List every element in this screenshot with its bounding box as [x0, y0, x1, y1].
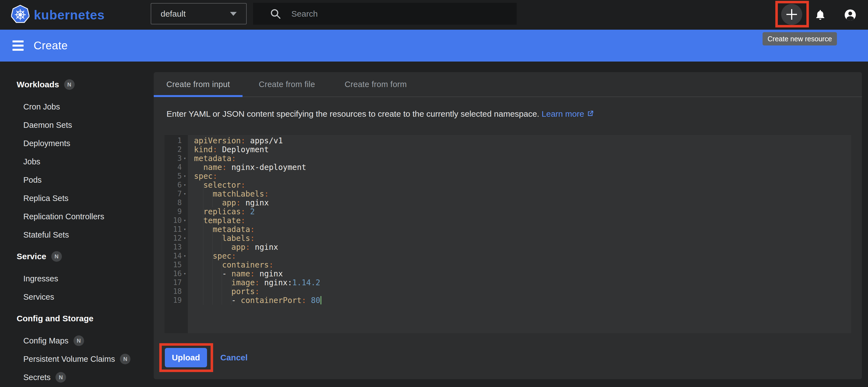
namespaced-badge: N [120, 354, 130, 364]
sidebar-item-services[interactable]: Services [0, 288, 154, 306]
sidebar-item-service[interactable]: ServiceN [0, 247, 154, 266]
fold-icon[interactable]: ▾ [182, 156, 188, 161]
code-line: 12▾ labels: [164, 234, 851, 243]
fold-icon[interactable]: ▾ [182, 174, 188, 179]
sidebar-item-pods[interactable]: Pods [0, 171, 154, 189]
line-number: 8 [164, 199, 182, 207]
search-bar[interactable] [253, 3, 517, 25]
code-text: matchLabels: [188, 189, 269, 198]
sidebar-item-replica-sets[interactable]: Replica Sets [0, 189, 154, 207]
line-number: 15 [164, 260, 182, 269]
cancel-button[interactable]: Cancel [220, 353, 248, 362]
sidebar-item-label: Config and Storage [17, 314, 94, 323]
fold-icon[interactable]: ▾ [182, 182, 188, 187]
line-number: 12 [164, 234, 182, 242]
sidebar-item-secrets[interactable]: SecretsN [0, 368, 154, 386]
line-number: 13 [164, 243, 182, 251]
account-icon [844, 8, 857, 22]
sidebar-item-label: Jobs [23, 157, 40, 166]
code-line: 9 replicas: 2 [164, 207, 851, 216]
tab-create-from-input[interactable]: Create from input [154, 72, 243, 97]
sidebar-item-cron-jobs[interactable]: Cron Jobs [0, 98, 154, 116]
annotation-box-create-button [775, 1, 809, 28]
sidebar-item-workloads[interactable]: WorkloadsN [0, 75, 154, 94]
line-number: 2 [164, 145, 182, 153]
learn-more-link[interactable]: Learn more [542, 109, 594, 118]
notifications-button[interactable] [814, 0, 826, 30]
code-line: 5▾spec: [164, 172, 851, 180]
bell-icon [814, 9, 826, 21]
code-text: ports: [188, 287, 259, 296]
tab-bar: Create from inputCreate from fileCreate … [154, 72, 862, 97]
sidebar-item-jobs[interactable]: Jobs [0, 152, 154, 171]
namespaced-badge: N [51, 251, 62, 262]
code-text: spec: [188, 251, 236, 260]
sidebar-item-label: Cron Jobs [23, 102, 60, 111]
sidebar-item-label: Ingresses [23, 274, 58, 283]
sidebar-item-label: Replication Controllers [23, 212, 104, 221]
code-line: 13 app: nginx [164, 243, 851, 251]
account-button[interactable] [844, 0, 857, 30]
line-number: 7 [164, 189, 182, 198]
sidebar-item-config-maps[interactable]: Config MapsN [0, 331, 154, 350]
code-text: metadata: [188, 225, 255, 234]
sidebar-item-label: Deployments [23, 139, 70, 148]
sidebar-item-label: Stateful Sets [23, 231, 69, 240]
code-text: replicas: 2 [188, 207, 255, 216]
code-text: name: nginx-deployment [188, 163, 306, 172]
namespace-value: default [161, 9, 186, 19]
line-number: 18 [164, 287, 182, 295]
sidebar-item-config-and-storage[interactable]: Config and Storage [0, 309, 154, 328]
sidebar-item-label: Service [17, 252, 46, 261]
code-text: app: nginx [188, 198, 269, 207]
sidebar-item-replication-controllers[interactable]: Replication Controllers [0, 207, 154, 226]
namespace-select[interactable]: default [151, 3, 247, 24]
code-text: - name: nginx [188, 269, 283, 278]
sidebar-item-ingresses[interactable]: Ingresses [0, 270, 154, 288]
fold-icon[interactable]: ▾ [182, 253, 188, 258]
text-cursor [320, 296, 321, 305]
external-link-icon [586, 110, 594, 117]
sidebar-item-stateful-sets[interactable]: Stateful Sets [0, 226, 154, 244]
code-line: 15 containers: [164, 260, 851, 269]
search-input[interactable] [291, 9, 486, 19]
code-text: image: nginx:1.14.2 [188, 278, 320, 287]
fold-icon[interactable]: ▾ [182, 271, 188, 276]
code-line: 11▾ metadata: [164, 225, 851, 234]
code-line: 17 image: nginx:1.14.2 [164, 278, 851, 287]
menu-button[interactable] [12, 40, 24, 51]
fold-icon[interactable]: ▾ [182, 191, 188, 196]
code-text: apiVersion: apps/v1 [188, 136, 283, 145]
annotation-box-upload-button [159, 343, 213, 372]
code-text: app: nginx [188, 243, 278, 251]
namespaced-badge: N [56, 372, 66, 383]
fold-icon[interactable]: ▾ [182, 236, 188, 241]
tab-create-from-form[interactable]: Create from form [331, 72, 420, 97]
line-number: 5 [164, 172, 182, 180]
code-text: labels: [188, 234, 255, 243]
sidebar-nav: WorkloadsNCron JobsDaemon SetsDeployment… [0, 62, 154, 387]
code-lines: 1apiVersion: apps/v12kind: Deployment3▾m… [164, 136, 851, 305]
create-tooltip: Create new resource [763, 32, 837, 45]
fold-icon[interactable]: ▾ [182, 227, 188, 232]
fold-icon[interactable]: ▾ [182, 218, 188, 223]
sidebar-item-label: Config Maps [23, 336, 68, 345]
sidebar-item-deployments[interactable]: Deployments [0, 134, 154, 152]
yaml-editor[interactable]: 1apiVersion: apps/v12kind: Deployment3▾m… [164, 135, 851, 333]
line-number: 17 [164, 278, 182, 287]
sidebar-item-persistent-volume-claims[interactable]: Persistent Volume ClaimsN [0, 350, 154, 368]
content-card: Create from inputCreate from fileCreate … [154, 72, 862, 379]
code-line: 1apiVersion: apps/v1 [164, 136, 851, 145]
line-number: 1 [164, 136, 182, 145]
app-bar: Create [0, 30, 868, 62]
sidebar-item-label: Secrets [23, 373, 51, 382]
code-line: 14▾ spec: [164, 251, 851, 260]
sidebar-item-daemon-sets[interactable]: Daemon Sets [0, 116, 154, 134]
code-line: 8 app: nginx [164, 198, 851, 207]
code-text: - containerPort: 80 [188, 296, 321, 305]
code-text: spec: [188, 172, 217, 180]
line-number: 16 [164, 270, 182, 278]
tab-create-from-file[interactable]: Create from file [243, 72, 331, 97]
code-text: containers: [188, 260, 274, 269]
kubernetes-logo-icon [11, 5, 29, 25]
